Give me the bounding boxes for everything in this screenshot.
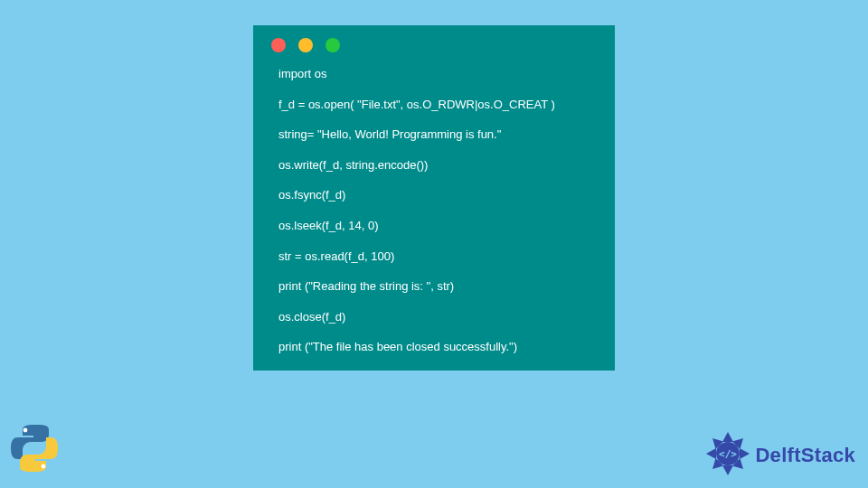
svg-text:</>: </> — [719, 448, 737, 460]
code-line: print ("The file has been closed success… — [278, 340, 597, 354]
svg-marker-8 — [706, 448, 716, 459]
code-line: os.fsync(f_d) — [278, 188, 597, 202]
code-line: str = os.read(f_d, 100) — [278, 249, 597, 264]
svg-marker-4 — [740, 448, 750, 459]
code-line: print ("Reading the string is: ", str) — [278, 279, 597, 294]
svg-point-0 — [24, 428, 28, 433]
delftstack-branding: </> DelftStack — [704, 430, 855, 481]
code-line: string= "Hello, World! Programming is fu… — [278, 127, 597, 142]
delftstack-logo-icon: </> — [704, 430, 751, 481]
code-line: os.close(f_d) — [278, 310, 597, 324]
maximize-icon — [326, 38, 340, 52]
python-logo-icon — [5, 419, 63, 481]
close-icon — [271, 38, 286, 52]
code-window: import os f_d = os.open( "File.txt", os.… — [253, 25, 615, 371]
svg-point-1 — [42, 465, 46, 469]
svg-marker-6 — [722, 465, 733, 475]
code-line: os.write(f_d, string.encode()) — [278, 158, 597, 173]
svg-marker-2 — [722, 432, 733, 442]
code-block: import os f_d = os.open( "File.txt", os.… — [271, 67, 597, 354]
code-line: import os — [278, 67, 597, 81]
delftstack-label: DelftStack — [755, 444, 855, 467]
minimize-icon — [298, 38, 313, 52]
code-line: f_d = os.open( "File.txt", os.O_RDWR|os.… — [278, 98, 597, 112]
window-traffic-lights — [271, 38, 597, 52]
code-line: os.lseek(f_d, 14, 0) — [278, 219, 597, 233]
